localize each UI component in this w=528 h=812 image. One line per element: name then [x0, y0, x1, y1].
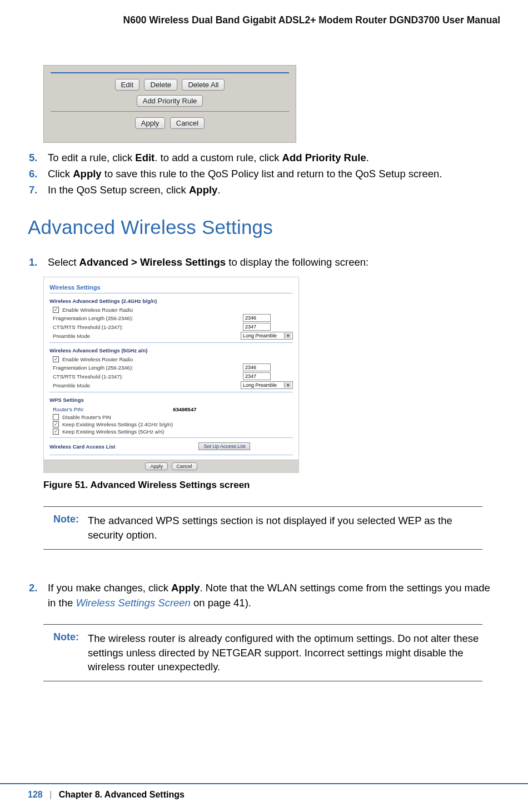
step-text: If you make changes, click Apply. Note t… — [48, 581, 500, 611]
apply-button[interactable]: Apply — [135, 117, 166, 129]
step-number: 7. — [29, 183, 48, 198]
steps-pre-heading: 5. To edit a rule, click Edit. to add a … — [29, 151, 500, 197]
step-text: To edit a rule, click Edit. to add a cus… — [48, 151, 500, 166]
step-number: 6. — [29, 167, 48, 182]
keep-5-label: Keep Existing Wireless Settings (5GHz a/… — [62, 429, 293, 435]
note-box: Note: The advanced WPS settings section … — [43, 506, 482, 550]
apply-button[interactable]: Apply — [145, 462, 168, 470]
panel-title: Wireless Settings — [49, 284, 293, 291]
checkbox-icon[interactable]: ✓ — [53, 307, 59, 313]
step-number: 5. — [29, 151, 48, 166]
step-text: Select Advanced > Wireless Settings to d… — [48, 255, 500, 270]
setup-access-list-button[interactable]: Set Up Access List — [198, 442, 250, 450]
page-header: N600 Wireless Dual Band Gigabit ADSL2+ M… — [28, 14, 500, 26]
footer-rule — [0, 783, 528, 784]
frag-length-label: Fragmentation Length (256-2346): — [53, 365, 243, 371]
checkbox-icon[interactable]: ✓ — [53, 356, 59, 362]
cancel-button[interactable]: Cancel — [170, 117, 205, 129]
step-text: In the QoS Setup screen, click Apply. — [48, 183, 500, 198]
note-text: The wireless router is already configure… — [88, 631, 480, 675]
add-priority-rule-button[interactable]: Add Priority Rule — [137, 95, 203, 107]
note-box: Note: The wireless router is already con… — [43, 624, 482, 682]
router-pin-label: Router's PIN: — [53, 406, 84, 412]
section-heading: Advanced Wireless Settings — [28, 216, 500, 238]
cts-threshold-label: CTS/RTS Threshold (1-2347): — [53, 373, 243, 380]
access-list-label: Wireless Card Access List — [49, 444, 115, 450]
note-text: The advanced WPS settings section is not… — [88, 514, 480, 542]
step-number: 1. — [29, 255, 48, 270]
page-number: 128 — [28, 790, 43, 799]
enable-radio-label: Enable Wireless Router Radio — [62, 307, 293, 313]
checkbox-icon[interactable]: ✓ — [53, 429, 59, 435]
frag-length-label: Fragmentation Length (256-2346): — [53, 315, 243, 321]
step-text: Click Apply to save this rule to the QoS… — [48, 167, 500, 182]
router-pin-value: 63498547 — [173, 406, 196, 412]
preamble-select[interactable]: Long Preamble — [241, 381, 293, 389]
disable-pin-label: Disable Router's PIN — [62, 414, 293, 420]
preamble-select[interactable]: Long Preamble — [241, 332, 293, 340]
section-heading-24ghz: Wireless Advanced Settings (2.4GHz b/g/n… — [49, 298, 293, 304]
page-footer: 128 | Chapter 8. Advanced Settings — [28, 790, 185, 800]
wireless-settings-link[interactable]: Wireless Settings Screen — [76, 597, 191, 609]
keep-24-label: Keep Existing Wireless Settings (2.4GHz … — [62, 421, 293, 427]
delete-button[interactable]: Delete — [144, 79, 177, 91]
wireless-settings-screenshot: Wireless Settings Wireless Advanced Sett… — [43, 277, 299, 473]
delete-all-button[interactable]: Delete All — [182, 79, 225, 91]
preamble-label: Preamble Mode — [53, 333, 241, 339]
section-heading-5ghz: Wireless Advanced Settings (5GHz a/n) — [49, 347, 293, 353]
wps-heading: WPS Settings — [49, 397, 293, 403]
note-label: Note: — [53, 514, 88, 542]
cts-threshold-input[interactable]: 2347 — [243, 372, 271, 380]
cancel-button[interactable]: Cancel — [172, 462, 197, 470]
preamble-label: Preamble Mode — [53, 382, 241, 388]
cts-threshold-label: CTS/RTS Threshold (1-2347): — [53, 324, 243, 330]
figure-caption: Figure 51. Advanced Wireless Settings sc… — [43, 480, 500, 491]
chapter-label: Chapter 8. Advanced Settings — [59, 790, 185, 799]
qos-buttons-screenshot: Edit Delete Delete All Add Priority Rule… — [43, 65, 296, 143]
frag-length-input[interactable]: 2346 — [243, 363, 271, 371]
cts-threshold-input[interactable]: 2347 — [243, 323, 271, 331]
frag-length-input[interactable]: 2346 — [243, 314, 271, 322]
step-number: 2. — [29, 581, 48, 611]
checkbox-icon[interactable]: ✓ — [53, 421, 59, 427]
enable-radio-label: Enable Wireless Router Radio — [62, 356, 293, 362]
note-label: Note: — [53, 631, 88, 675]
edit-button[interactable]: Edit — [115, 79, 140, 91]
checkbox-icon[interactable] — [53, 414, 59, 420]
